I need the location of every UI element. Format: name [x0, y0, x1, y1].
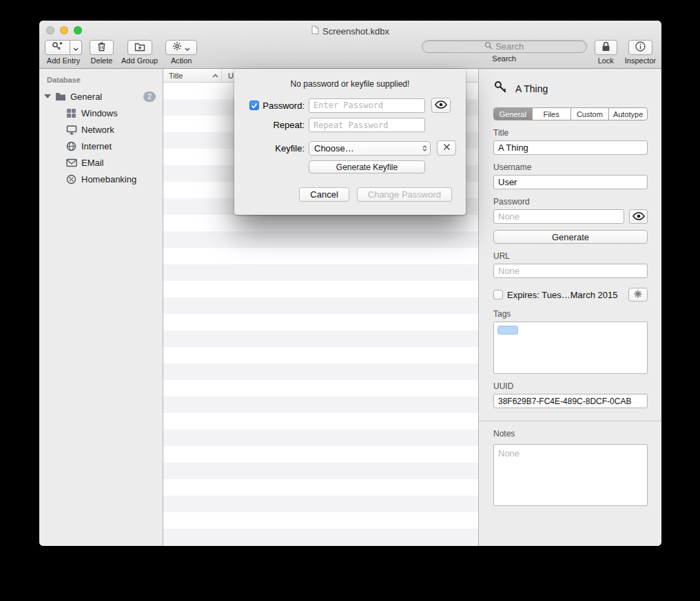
- add-entry-dropdown[interactable]: [70, 40, 82, 55]
- search-group: Search Search: [422, 40, 587, 63]
- expires-row: Expires: Tues…March 2015: [493, 288, 648, 302]
- change-password-button[interactable]: Change Password: [357, 187, 452, 202]
- notes-field[interactable]: [493, 444, 648, 506]
- delete-button[interactable]: [90, 40, 114, 55]
- close-x-icon: [442, 142, 451, 154]
- sidebar-item-general[interactable]: General 2: [39, 88, 163, 105]
- sidebar-item-windows[interactable]: Windows: [39, 105, 163, 121]
- add-entry-button[interactable]: [45, 40, 70, 55]
- eye-icon: [435, 99, 447, 112]
- tab-autotype[interactable]: Autotype: [609, 108, 647, 120]
- gear-icon: [634, 288, 642, 301]
- dialog-keyfile-row: Keyfile: Choose…: [234, 140, 466, 156]
- inspector-button[interactable]: [628, 40, 652, 55]
- search-label: Search: [492, 54, 516, 63]
- globe-icon: [65, 140, 77, 152]
- toolbar: Add Entry Delete: [39, 39, 661, 69]
- password-checkbox[interactable]: [249, 101, 259, 110]
- close-button[interactable]: [46, 26, 54, 34]
- count-badge: 2: [143, 92, 156, 102]
- inspector-group: Inspector: [625, 40, 656, 65]
- expires-options-button[interactable]: [628, 288, 648, 302]
- inspector-header: A Thing: [493, 80, 648, 98]
- sidebar-item-label: Network: [81, 125, 114, 135]
- tags-field[interactable]: [493, 321, 648, 374]
- expires-checkbox[interactable]: [493, 290, 503, 299]
- disclosure-triangle-icon[interactable]: [44, 94, 51, 98]
- dialog-message: No password or keyfile supplied!: [234, 79, 466, 89]
- chevron-down-icon: [185, 41, 190, 54]
- dialog-buttons: Cancel Change Password: [299, 187, 452, 202]
- add-group-button[interactable]: [127, 40, 152, 55]
- traffic-lights: [46, 26, 82, 34]
- title-field[interactable]: [493, 140, 648, 155]
- uuid-field[interactable]: [493, 394, 648, 408]
- screen: Screenshot.kdbx: [0, 0, 700, 601]
- sidebar-item-homebanking[interactable]: Homebanking: [39, 171, 163, 187]
- inspector-tabs: General Files Custom Autotype: [493, 107, 648, 120]
- window-chrome: Screenshot.kdbx: [39, 21, 661, 69]
- reveal-password-button[interactable]: [629, 209, 648, 224]
- delete-label: Delete: [91, 56, 113, 65]
- zoom-button[interactable]: [74, 26, 82, 34]
- dialog-repeat-row: Repeat:: [234, 118, 466, 132]
- username-field[interactable]: [493, 175, 648, 189]
- add-entry-label: Add Entry: [47, 56, 80, 65]
- minimize-button[interactable]: [60, 26, 68, 34]
- sort-ascending-icon: [212, 74, 218, 78]
- tab-custom[interactable]: Custom: [571, 108, 610, 120]
- tag-chip[interactable]: [497, 326, 518, 335]
- generate-password-button[interactable]: Generate: [493, 230, 648, 244]
- dialog-keyfile-label: Keyfile:: [275, 143, 305, 154]
- sidebar-item-email[interactable]: EMail: [39, 154, 163, 171]
- lock-button[interactable]: [595, 40, 617, 55]
- window-title-text: Screenshot.kdbx: [322, 26, 389, 36]
- sidebar-item-label: EMail: [81, 158, 104, 168]
- password-field[interactable]: [493, 209, 624, 224]
- inspector-panel: A Thing General Files Custom Autotype Ti…: [479, 69, 661, 546]
- sidebar-item-label: Windows: [81, 108, 118, 118]
- expires-label: Expires: Tues…March 2015: [507, 290, 624, 300]
- tab-files[interactable]: Files: [533, 108, 571, 120]
- popup-chevrons-icon: [422, 145, 430, 151]
- title-field-label: Title: [493, 128, 648, 138]
- username-field-label: Username: [493, 162, 648, 172]
- folder-plus-icon: [134, 41, 145, 54]
- add-group-label: Add Group: [121, 56, 158, 65]
- search-input[interactable]: Search: [422, 40, 587, 53]
- action-label: Action: [171, 56, 192, 65]
- change-password-dialog: No password or keyfile supplied! Passwor…: [234, 69, 466, 215]
- password-row: [493, 209, 648, 224]
- sidebar-header: Database: [39, 73, 163, 88]
- sidebar-item-label: Homebanking: [81, 174, 136, 184]
- windows-icon: [65, 107, 77, 119]
- trash-icon: [96, 41, 107, 54]
- dialog-password-row: Password:: [234, 98, 466, 113]
- sidebar-item-internet[interactable]: Internet: [39, 138, 163, 154]
- url-field[interactable]: [493, 264, 648, 278]
- column-header-title[interactable]: Title: [163, 69, 222, 82]
- dialog-repeat-input[interactable]: [309, 118, 425, 132]
- action-button[interactable]: [165, 40, 197, 55]
- sidebar-item-network[interactable]: Network: [39, 121, 163, 138]
- dialog-reveal-password-button[interactable]: [431, 98, 451, 113]
- entry-title: A Thing: [515, 83, 548, 94]
- clear-keyfile-button[interactable]: [437, 140, 456, 156]
- cancel-button[interactable]: Cancel: [299, 187, 349, 202]
- key-icon: [493, 80, 508, 98]
- search-icon: [484, 41, 493, 52]
- delete-group: Delete: [90, 40, 114, 65]
- password-field-label: Password: [493, 197, 648, 207]
- document-proxy-icon: [311, 25, 319, 36]
- percent-coin-icon: [65, 173, 77, 185]
- info-icon: [635, 41, 646, 54]
- keyfile-popup-button[interactable]: Choose…: [309, 141, 431, 156]
- dialog-password-input[interactable]: [309, 98, 425, 113]
- column-header-username[interactable]: U: [222, 72, 234, 80]
- titlebar: Screenshot.kdbx: [39, 21, 661, 39]
- tab-general[interactable]: General: [494, 108, 533, 120]
- gear-icon: [172, 41, 182, 54]
- generate-keyfile-button[interactable]: Generate Keyfile: [309, 160, 425, 173]
- folder-icon: [54, 91, 66, 103]
- action-group: Action: [165, 40, 197, 65]
